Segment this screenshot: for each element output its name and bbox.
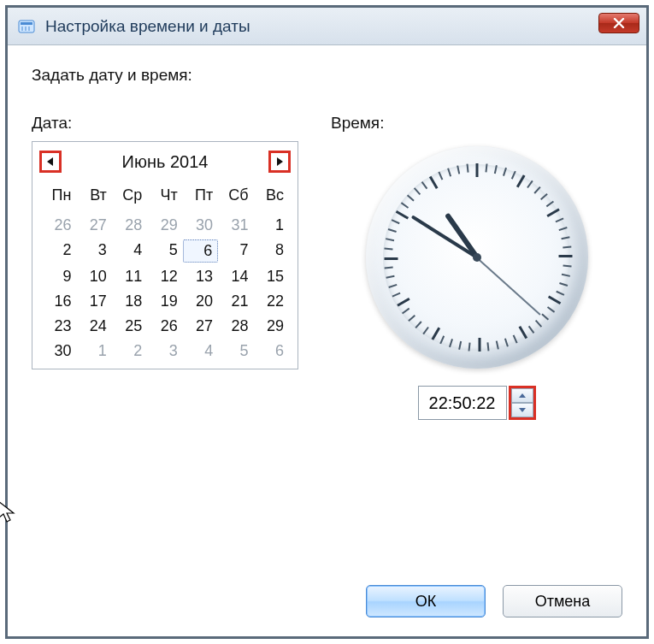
calendar-weekday: Ср <box>112 185 147 211</box>
calendar-day[interactable]: 23 <box>41 316 76 337</box>
calendar-day[interactable]: 6 <box>254 340 289 362</box>
calendar-day[interactable]: 26 <box>41 215 76 236</box>
calendar-day[interactable]: 4 <box>112 239 147 263</box>
titlebar[interactable]: Настройка времени и даты <box>8 8 646 45</box>
time-spin-down-button[interactable] <box>511 403 533 417</box>
calendar-day[interactable]: 7 <box>218 239 253 263</box>
calendar-day[interactable]: 9 <box>41 266 76 287</box>
close-icon <box>613 18 625 28</box>
calendar-day[interactable]: 28 <box>218 316 253 337</box>
ok-button[interactable]: ОК <box>366 585 486 617</box>
calendar-weekday: Пт <box>183 185 218 211</box>
triangle-left-icon <box>46 157 55 167</box>
svg-marker-7 <box>519 393 526 398</box>
calendar-day[interactable]: 27 <box>183 316 218 337</box>
svg-marker-8 <box>519 408 526 412</box>
calendar-day[interactable]: 13 <box>183 266 218 287</box>
calendar-day[interactable]: 17 <box>76 291 111 312</box>
calendar-day[interactable]: 31 <box>218 215 253 236</box>
calendar-day[interactable]: 26 <box>147 316 182 337</box>
calendar-day[interactable]: 4 <box>183 340 218 362</box>
calendar-day[interactable]: 8 <box>254 239 289 263</box>
calendar-prev-button[interactable] <box>39 151 62 173</box>
time-label: Время: <box>331 114 384 133</box>
calendar-day[interactable]: 2 <box>41 239 76 263</box>
calendar-weekday: Чт <box>147 185 182 211</box>
calendar-day[interactable]: 6 <box>183 239 218 263</box>
calendar-day[interactable]: 19 <box>147 291 182 312</box>
calendar-weekday: Вс <box>254 185 289 211</box>
svg-marker-6 <box>277 157 283 166</box>
calendar-day[interactable]: 20 <box>183 291 218 312</box>
calendar-day[interactable]: 22 <box>254 291 289 312</box>
calendar-day[interactable]: 10 <box>76 266 111 287</box>
calendar-day[interactable]: 29 <box>254 316 289 337</box>
calendar-weekday: Сб <box>218 185 253 211</box>
dialog-content: Задать дату и время: Дата: Июнь 2014 <box>8 45 646 636</box>
calendar-day[interactable]: 25 <box>112 316 147 337</box>
calendar-next-button[interactable] <box>268 151 291 173</box>
time-input[interactable] <box>418 386 507 420</box>
triangle-down-icon <box>518 407 527 413</box>
calendar-day[interactable]: 27 <box>76 215 111 236</box>
calendar-day[interactable]: 21 <box>218 291 253 312</box>
app-icon <box>16 16 37 37</box>
calendar-day[interactable]: 30 <box>183 215 218 236</box>
calendar-day[interactable]: 5 <box>218 340 253 362</box>
calendar-day[interactable]: 30 <box>41 340 76 362</box>
calendar-day[interactable]: 15 <box>254 266 289 287</box>
calendar-day[interactable]: 18 <box>112 291 147 312</box>
time-spin-up-button[interactable] <box>511 388 533 403</box>
calendar-day[interactable]: 16 <box>41 291 76 312</box>
calendar-day[interactable]: 12 <box>147 266 182 287</box>
calendar-day[interactable]: 3 <box>147 340 182 362</box>
date-label: Дата: <box>32 114 298 133</box>
window-title: Настройка времени и даты <box>45 17 250 36</box>
calendar-day[interactable]: 2 <box>112 340 147 362</box>
calendar-day[interactable]: 14 <box>218 266 253 287</box>
calendar-weekday: Пн <box>41 185 76 211</box>
date-column: Дата: Июнь 2014 ПнВтСрЧтПтСбВс2627282930… <box>32 114 298 420</box>
calendar-day[interactable]: 11 <box>112 266 147 287</box>
triangle-right-icon <box>275 157 284 167</box>
calendar: Июнь 2014 ПнВтСрЧтПтСбВс2627282930311234… <box>32 141 298 369</box>
calendar-day[interactable]: 28 <box>112 215 147 236</box>
calendar-day[interactable]: 29 <box>147 215 182 236</box>
triangle-up-icon <box>518 393 527 399</box>
svg-rect-1 <box>21 22 32 25</box>
calendar-day[interactable]: 1 <box>254 215 289 236</box>
calendar-weekday: Вт <box>76 185 111 211</box>
calendar-day[interactable]: 24 <box>76 316 111 337</box>
analog-clock <box>366 146 588 369</box>
time-column: Время: <box>331 114 622 420</box>
calendar-month-title[interactable]: Июнь 2014 <box>62 152 268 172</box>
time-spinner <box>509 386 536 420</box>
cancel-button[interactable]: Отмена <box>503 585 622 617</box>
calendar-day[interactable]: 1 <box>76 340 111 362</box>
prompt-label: Задать дату и время: <box>32 66 622 85</box>
close-button[interactable] <box>598 13 639 33</box>
calendar-day[interactable]: 3 <box>76 239 111 263</box>
calendar-day[interactable]: 5 <box>147 239 182 263</box>
svg-marker-5 <box>47 157 53 166</box>
dialog-window: Настройка времени и даты Задать дату и в… <box>5 5 649 639</box>
